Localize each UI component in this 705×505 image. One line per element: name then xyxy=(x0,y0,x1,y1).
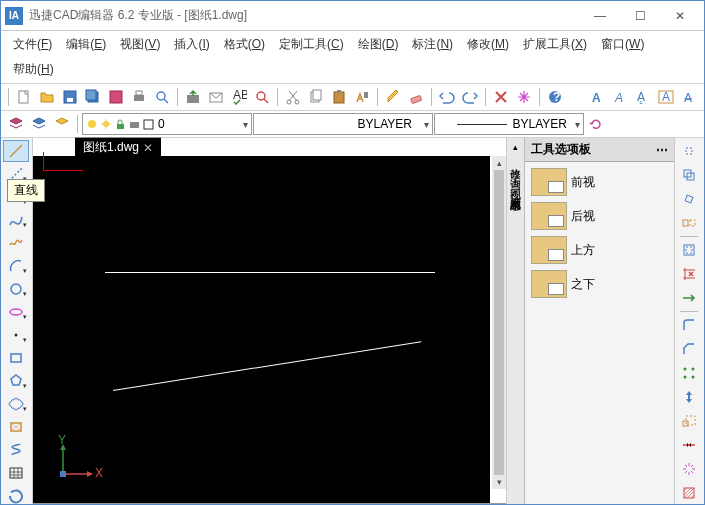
menu-window[interactable]: 窗口(W) xyxy=(595,33,650,56)
menu-file[interactable]: 文件(F) xyxy=(7,33,58,56)
panel-modify[interactable]: 修改 xyxy=(508,156,523,164)
chamfer-icon[interactable] xyxy=(677,338,701,360)
drawing-canvas[interactable]: Y X xyxy=(33,156,490,503)
palette-item-bottom[interactable]: 之下 xyxy=(531,270,668,298)
offset-icon[interactable] xyxy=(677,239,701,261)
circle-tool[interactable]: ▾ xyxy=(3,278,29,300)
point-tool[interactable]: ▾ xyxy=(3,324,29,346)
move-icon[interactable] xyxy=(677,140,701,162)
menu-view[interactable]: 视图(V) xyxy=(114,33,166,56)
preview-icon[interactable] xyxy=(151,86,173,108)
spell-icon[interactable]: ABC xyxy=(228,86,250,108)
text-a4[interactable]: A xyxy=(655,86,677,108)
array-icon[interactable] xyxy=(677,362,701,384)
ellipse-tool[interactable]: ▾ xyxy=(3,301,29,323)
break-icon[interactable] xyxy=(677,434,701,456)
svg-rect-2 xyxy=(67,98,73,102)
freehand-tool[interactable] xyxy=(3,232,29,254)
save-icon[interactable] xyxy=(59,86,81,108)
text-a5[interactable]: A̶ xyxy=(678,86,700,108)
layer-states-icon[interactable] xyxy=(28,113,50,135)
line-tool[interactable] xyxy=(3,140,29,162)
minimize-button[interactable]: — xyxy=(580,2,620,30)
brush-icon[interactable] xyxy=(382,86,404,108)
paste-icon[interactable] xyxy=(328,86,350,108)
linetype-combo1[interactable]: BYLAYER xyxy=(253,113,433,135)
menu-draw[interactable]: 绘图(D) xyxy=(352,33,405,56)
menu-custom[interactable]: 定制工具(C) xyxy=(273,33,350,56)
rotate-icon[interactable] xyxy=(677,188,701,210)
region-tool[interactable] xyxy=(3,416,29,438)
palette-item-front[interactable]: 前视 xyxy=(531,168,668,196)
menu-dim[interactable]: 标注(N) xyxy=(406,33,459,56)
extend-icon[interactable] xyxy=(677,287,701,309)
copy2-icon[interactable] xyxy=(677,164,701,186)
maximize-button[interactable]: ☐ xyxy=(620,2,660,30)
menu-edit[interactable]: 编辑(E) xyxy=(60,33,112,56)
hatch-icon[interactable] xyxy=(677,482,701,504)
match-icon[interactable] xyxy=(351,86,373,108)
burst-icon[interactable] xyxy=(513,86,535,108)
find-icon[interactable] xyxy=(251,86,273,108)
close-button[interactable]: ✕ xyxy=(660,2,700,30)
palette-item-back[interactable]: 后视 xyxy=(531,202,668,230)
table-tool[interactable] xyxy=(3,462,29,484)
trim-icon[interactable] xyxy=(677,263,701,285)
arc-tool[interactable]: ▾ xyxy=(3,255,29,277)
text-a3[interactable]: A͇ xyxy=(632,86,654,108)
app-icon: IA xyxy=(5,7,23,25)
palette-menu-icon[interactable]: ⋯ xyxy=(656,143,668,157)
panel-3dorbit[interactable]: 三维动态观察 xyxy=(508,186,523,194)
help-icon[interactable]: ? xyxy=(544,86,566,108)
menu-help[interactable]: 帮助(H) xyxy=(7,58,60,81)
menu-format[interactable]: 格式(O) xyxy=(218,33,271,56)
refresh-draw-icon[interactable] xyxy=(3,485,29,505)
export-icon[interactable] xyxy=(105,86,127,108)
panel-up[interactable]: ▴ xyxy=(509,140,523,154)
svg-point-54 xyxy=(692,376,695,379)
vertical-scrollbar[interactable]: ▴▾ xyxy=(492,156,506,489)
revcloud-tool[interactable]: ▾ xyxy=(3,393,29,415)
helix-tool[interactable] xyxy=(3,439,29,461)
eraser-icon[interactable] xyxy=(405,86,427,108)
tab-close-icon[interactable]: ✕ xyxy=(143,141,153,155)
layer-combo[interactable]: 0 xyxy=(82,113,252,135)
doc-tab[interactable]: 图纸1.dwg✕ xyxy=(75,137,161,157)
svg-rect-4 xyxy=(86,90,96,100)
panel-inquiry[interactable]: 查询 xyxy=(508,166,523,174)
rectangle-tool[interactable] xyxy=(3,347,29,369)
stretch-icon[interactable] xyxy=(677,386,701,408)
menu-modify[interactable]: 修改(M) xyxy=(461,33,515,56)
panel-down[interactable]: ▾ xyxy=(509,196,523,210)
etransmit-icon[interactable] xyxy=(205,86,227,108)
explode-icon[interactable] xyxy=(677,458,701,480)
print-icon[interactable] xyxy=(128,86,150,108)
text-a1[interactable]: A xyxy=(586,86,608,108)
menu-ext[interactable]: 扩展工具(X) xyxy=(517,33,593,56)
scale-icon[interactable] xyxy=(677,410,701,432)
saveall-icon[interactable] xyxy=(82,86,104,108)
new-icon[interactable] xyxy=(13,86,35,108)
refresh-icon[interactable] xyxy=(585,113,607,135)
open-icon[interactable] xyxy=(36,86,58,108)
panel-viewport[interactable]: 视图 xyxy=(508,176,523,184)
cut-icon[interactable] xyxy=(282,86,304,108)
fillet-icon[interactable] xyxy=(677,314,701,336)
linetype-combo2[interactable]: BYLAYER xyxy=(434,113,584,135)
layer-manager-icon[interactable] xyxy=(5,113,27,135)
delete-icon[interactable] xyxy=(490,86,512,108)
layer-iso-icon[interactable] xyxy=(51,113,73,135)
layer-name: 0 xyxy=(158,117,165,131)
svg-rect-32 xyxy=(130,122,139,128)
palette-item-top[interactable]: 上方 xyxy=(531,236,668,264)
menu-insert[interactable]: 插入(I) xyxy=(168,33,215,56)
publish-icon[interactable] xyxy=(182,86,204,108)
copy-icon[interactable] xyxy=(305,86,327,108)
spline-tool[interactable]: ▾ xyxy=(3,209,29,231)
redo-icon[interactable] xyxy=(459,86,481,108)
text-a2[interactable]: A xyxy=(609,86,631,108)
polygon-tool[interactable]: ▾ xyxy=(3,370,29,392)
mirror-icon[interactable] xyxy=(677,212,701,234)
svg-rect-47 xyxy=(683,220,688,226)
undo-icon[interactable] xyxy=(436,86,458,108)
